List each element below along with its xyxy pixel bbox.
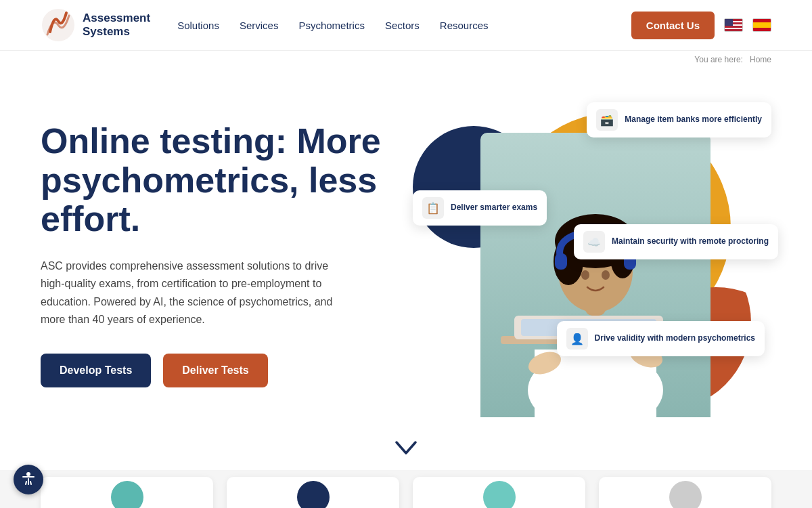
- hero-section: Online testing: More psychometrics, less…: [0, 68, 812, 434]
- hero-person-image: [480, 133, 710, 417]
- feature-card-deliver: 📋 Deliver smarter exams: [413, 190, 547, 226]
- header-right: Contact Us: [631, 12, 771, 39]
- breadcrumb: You are here: Home: [0, 51, 812, 68]
- hero-title: Online testing: More psychometrics, less…: [41, 122, 420, 238]
- nav-psychometrics[interactable]: Psychometrics: [298, 20, 365, 31]
- feature-card-drive: 👤 Drive validity with modern psychometri…: [557, 321, 765, 356]
- bottom-card-2: [227, 477, 399, 508]
- hero-description: ASC provides comprehensive assessment so…: [41, 257, 352, 329]
- drive-card-text: Drive validity with modern psychometrics: [595, 333, 755, 344]
- hero-visual: 🗃️ Manage item banks more efficiently 📋 …: [420, 92, 771, 417]
- drive-icon: 👤: [566, 328, 588, 350]
- maintain-card-text: Maintain security with remote proctoring: [612, 236, 769, 247]
- hero-buttons: Develop Tests Deliver Tests: [41, 354, 420, 387]
- deliver-icon: 📋: [422, 197, 444, 219]
- nav-sectors[interactable]: Sectors: [385, 20, 420, 31]
- hero-content: Online testing: More psychometrics, less…: [41, 122, 420, 387]
- bottom-circle-3: [483, 481, 516, 508]
- nav-resources[interactable]: Resources: [440, 20, 489, 31]
- bottom-circle-1: [111, 481, 143, 508]
- svg-point-16: [602, 270, 610, 280]
- manage-card-text: Manage item banks more efficiently: [625, 114, 762, 125]
- logo-text: AssessmentSystems: [83, 12, 150, 39]
- bottom-circle-4: [669, 481, 702, 508]
- bottom-card-4: [599, 477, 771, 508]
- bottom-circle-2: [297, 481, 330, 508]
- scroll-down-indicator[interactable]: [0, 434, 812, 470]
- breadcrumb-home[interactable]: Home: [750, 55, 771, 64]
- develop-tests-button[interactable]: Develop Tests: [41, 354, 151, 387]
- accessibility-widget[interactable]: [14, 465, 43, 494]
- svg-point-15: [581, 270, 589, 280]
- lang-es-flag[interactable]: [752, 18, 771, 32]
- bottom-card-3: [413, 477, 585, 508]
- svg-point-17: [26, 472, 30, 476]
- nav-services[interactable]: Services: [240, 20, 279, 31]
- bottom-card-1: [41, 477, 213, 508]
- accessibility-icon: [20, 471, 37, 488]
- breadcrumb-prefix: You are here:: [694, 55, 743, 64]
- manage-icon: 🗃️: [596, 109, 618, 131]
- main-nav: Solutions Services Psychometrics Sectors…: [177, 20, 631, 31]
- svg-rect-13: [555, 253, 567, 270]
- person-illustration: [487, 140, 704, 417]
- deliver-card-text: Deliver smarter exams: [451, 203, 537, 213]
- logo-icon: [41, 7, 76, 43]
- nav-solutions[interactable]: Solutions: [177, 20, 219, 31]
- maintain-icon: ☁️: [583, 231, 605, 253]
- contact-us-button[interactable]: Contact Us: [631, 12, 715, 39]
- feature-card-manage: 🗃️ Manage item banks more efficiently: [587, 102, 771, 137]
- deliver-tests-button[interactable]: Deliver Tests: [163, 354, 267, 387]
- lang-en-flag[interactable]: [724, 18, 743, 32]
- logo[interactable]: AssessmentSystems: [41, 7, 150, 43]
- feature-card-maintain: ☁️ Maintain security with remote proctor…: [574, 224, 778, 259]
- chevron-down-icon: [395, 441, 417, 456]
- bottom-strip: [0, 470, 812, 508]
- header: AssessmentSystems Solutions Services Psy…: [0, 0, 812, 51]
